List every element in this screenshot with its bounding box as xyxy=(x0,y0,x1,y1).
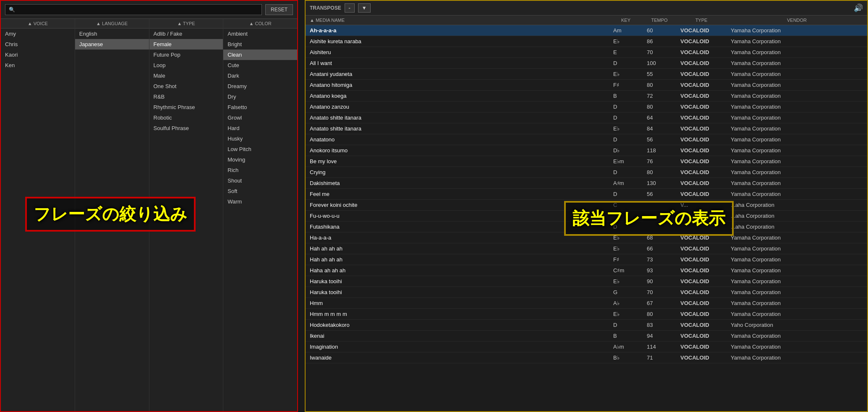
filter-item[interactable]: Soulful Phrase xyxy=(149,123,223,133)
filter-item[interactable]: Dry xyxy=(223,91,297,102)
middle-gap xyxy=(298,0,305,412)
filter-item[interactable]: Warm xyxy=(223,196,297,207)
table-row[interactable]: Anatano hitomigaF♯80VOCALOIDYamaha Corpo… xyxy=(306,80,867,91)
table-row[interactable]: AishiteruE70VOCALOIDYamaha Corporation xyxy=(306,47,867,58)
filter-item[interactable]: Low Pitch xyxy=(223,144,297,154)
tempo-cell: 80 xyxy=(643,102,676,112)
filter-item[interactable]: Cute xyxy=(223,60,297,70)
media-name-cell: Ah-a-a-a-a xyxy=(306,25,609,36)
table-row[interactable]: Haruka tooihiG70VOCALOIDYamaha Corporati… xyxy=(306,287,867,298)
table-header-tempo[interactable]: TEMPO xyxy=(643,16,676,25)
filter-list-color: AmbientBrightCleanCuteDarkDreamyDryFalse… xyxy=(223,29,297,411)
table-row[interactable]: Fu-u-wo-u-u...aha Corporation xyxy=(306,211,867,222)
filter-item[interactable]: Ken xyxy=(1,60,75,70)
filter-item[interactable]: Husky xyxy=(223,133,297,144)
filter-item[interactable]: Soft xyxy=(223,186,297,196)
table-row[interactable]: Anatano zanzouD80VOCALOIDYamaha Corporat… xyxy=(306,102,867,112)
filter-item[interactable]: Loop xyxy=(149,60,223,70)
filter-item[interactable]: Growl xyxy=(223,112,297,123)
vendor-cell: Yamaha Corporation xyxy=(727,265,867,276)
tempo-cell: 66 xyxy=(643,243,676,254)
table-row[interactable]: AnatatonoD56VOCALOIDYamaha Corporation xyxy=(306,134,867,145)
tempo-cell: 68 xyxy=(643,232,676,243)
key-cell: E xyxy=(609,47,643,58)
table-row[interactable]: HmmA♭67VOCALOIDYamaha Corporation xyxy=(306,298,867,309)
table-header-key[interactable]: KEY xyxy=(609,16,643,25)
type-cell: VOCALOID xyxy=(676,232,727,243)
filter-item[interactable]: Female xyxy=(149,39,223,50)
filter-item[interactable]: Moving xyxy=(223,154,297,165)
tempo-cell xyxy=(643,211,676,222)
table-row[interactable]: Be my loveE♭m76VOCALOIDYamaha Corporatio… xyxy=(306,156,867,167)
filter-item[interactable]: Chris xyxy=(1,39,75,50)
key-cell: E♭ xyxy=(609,243,643,254)
filter-item[interactable]: Robotic xyxy=(149,112,223,123)
type-cell: VOCALOID xyxy=(676,189,727,200)
filter-list-type: Adlib / FakeFemaleFuture PopLoopMaleOne … xyxy=(149,29,223,411)
type-cell: VOCALOID xyxy=(676,47,727,58)
filter-item[interactable]: Amy xyxy=(1,29,75,39)
filter-item[interactable]: Adlib / Fake xyxy=(149,29,223,39)
table-row[interactable]: Forever koini ochiteCV......aha Corporat… xyxy=(306,200,867,211)
table-header-type[interactable]: TYPE xyxy=(676,16,727,25)
table-row[interactable]: Haha ah ah ahC♯m93VOCALOIDYamaha Corpora… xyxy=(306,265,867,276)
search-input[interactable] xyxy=(5,4,262,15)
media-name-cell: Be my love xyxy=(306,156,609,167)
filter-item[interactable]: Bright xyxy=(223,39,297,50)
filter-item[interactable]: Ambient xyxy=(223,29,297,39)
table-row[interactable]: Anatano koegaB72VOCALOIDYamaha Corporati… xyxy=(306,91,867,102)
table-row[interactable]: All I wantD100VOCALOIDYamaha Corporation xyxy=(306,58,867,69)
table-row[interactable]: ImaginationA♭m114VOCALOIDYamaha Corporat… xyxy=(306,342,867,352)
table-row[interactable]: IwanaideB♭71VOCALOIDYamaha Corporation xyxy=(306,352,867,363)
key-cell: E♭ xyxy=(609,123,643,134)
filter-item[interactable]: Shout xyxy=(223,175,297,186)
table-header-media_name[interactable]: ▲ MEDIA NAME xyxy=(306,16,609,25)
table-row[interactable]: CryingD80VOCALOIDYamaha Corporation xyxy=(306,167,867,178)
type-cell: VOCALOID xyxy=(676,287,727,298)
filter-item[interactable]: Male xyxy=(149,70,223,81)
filter-item[interactable]: Kaori xyxy=(1,50,75,60)
filter-item[interactable]: Dark xyxy=(223,70,297,81)
filter-item[interactable]: Future Pop xyxy=(149,50,223,60)
transpose-dropdown[interactable]: ▼ xyxy=(358,3,371,13)
table-row[interactable]: Anatani yudanetaE♭55VOCALOIDYamaha Corpo… xyxy=(306,69,867,80)
table-row[interactable]: Anatato shitte itanaraE♭84VOCALOIDYamaha… xyxy=(306,123,867,134)
filter-item[interactable]: Rich xyxy=(223,165,297,175)
filter-item[interactable]: Rhythmic Phrase xyxy=(149,102,223,112)
table-row[interactable]: FutashikanaD...aha Corporation xyxy=(306,222,867,232)
key-cell: E♭ xyxy=(609,232,643,243)
vendor-cell: Yamaha Corporation xyxy=(727,287,867,298)
table-row[interactable]: Hmm m m m mE♭80VOCALOIDYamaha Corporatio… xyxy=(306,309,867,320)
table-row[interactable]: Anokoro itsumoD♭118VOCALOIDYamaha Corpor… xyxy=(306,145,867,156)
table-row[interactable]: HodoketakokoroD83VOCALOIDYaho Corporatio… xyxy=(306,320,867,331)
tempo-cell: 67 xyxy=(643,298,676,309)
table-row[interactable]: DakishimetaA♯m130VOCALOIDYamaha Corporat… xyxy=(306,178,867,189)
table-row[interactable]: Ha-a-a-aE♭68VOCALOIDYamaha Corporation xyxy=(306,232,867,243)
filter-item[interactable]: One Shot xyxy=(149,81,223,91)
filter-item[interactable]: Japanese xyxy=(75,39,149,50)
media-name-cell: Imagination xyxy=(306,342,609,352)
table-row[interactable]: IkenaiB94VOCALOIDYamaha Corporation xyxy=(306,331,867,342)
filter-item[interactable]: English xyxy=(75,29,149,39)
tempo-cell: 90 xyxy=(643,276,676,287)
table-row[interactable]: Feel meD56VOCALOIDYamaha Corporation xyxy=(306,189,867,200)
speaker-icon[interactable]: 🔊 xyxy=(854,3,863,13)
reset-button[interactable]: RESET xyxy=(265,4,293,15)
table-row[interactable]: Anatato shitte itanaraD64VOCALOIDYamaha … xyxy=(306,112,867,123)
table-row[interactable]: Hah ah ah ahE♭66VOCALOIDYamaha Corporati… xyxy=(306,243,867,254)
filter-item[interactable]: Hard xyxy=(223,123,297,133)
table-row[interactable]: Hah ah ah ahF♯73VOCALOIDYamaha Corporati… xyxy=(306,254,867,265)
table-header-vendor[interactable]: VENDOR xyxy=(727,16,867,25)
tempo-cell: 60 xyxy=(643,25,676,36)
table-row[interactable]: Aishite kureta narabaE♭86VOCALOIDYamaha … xyxy=(306,36,867,47)
media-name-cell: Forever koini ochite xyxy=(306,200,609,211)
transpose-minus-button[interactable]: - xyxy=(345,3,355,13)
filter-item[interactable]: Dreamy xyxy=(223,81,297,91)
table-row[interactable]: Ah-a-a-a-aAm60VOCALOIDYamaha Corporation xyxy=(306,25,867,36)
vendor-cell: ...aha Corporation xyxy=(727,200,867,211)
filter-item[interactable]: R&B xyxy=(149,91,223,102)
tempo-cell: 118 xyxy=(643,145,676,156)
table-row[interactable]: Haruka tooihiE♭90VOCALOIDYamaha Corporat… xyxy=(306,276,867,287)
filter-item[interactable]: Falsetto xyxy=(223,102,297,112)
filter-item[interactable]: Clean xyxy=(223,50,297,60)
